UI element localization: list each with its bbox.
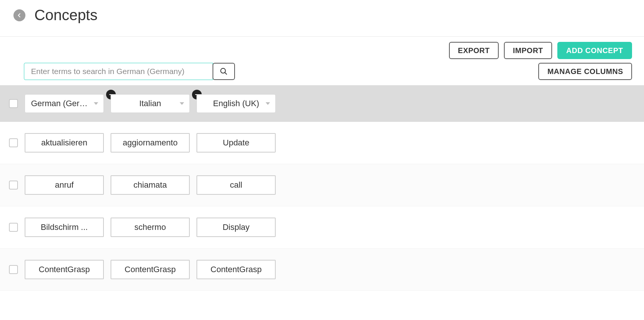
action-buttons: EXPORT IMPORT ADD CONCEPT MANAGE COLUMNS (449, 42, 632, 80)
column-header-0: German (Ger… (25, 94, 104, 113)
table-row: ContentGrasp ContentGrasp ContentGrasp (0, 249, 644, 291)
import-button[interactable]: IMPORT (504, 42, 552, 59)
page-title: Concepts (34, 7, 97, 24)
term-cell[interactable]: Display (196, 218, 276, 237)
arrow-left-icon (16, 12, 23, 19)
page-header: Concepts (0, 0, 644, 36)
chevron-down-icon (266, 102, 270, 105)
export-button[interactable]: EXPORT (449, 42, 499, 59)
column-header-2: − English (UK) (196, 94, 276, 113)
term-cell[interactable]: Bildschirm ... (25, 218, 104, 237)
svg-line-1 (225, 73, 227, 75)
term-cell[interactable]: aggiornamento (111, 133, 190, 153)
secondary-button-row: MANAGE COLUMNS (538, 63, 632, 80)
column-header-1: − Italian (111, 94, 190, 113)
table-row: Bildschirm ... schermo Display (0, 206, 644, 249)
chevron-down-icon (94, 102, 98, 105)
svg-point-0 (221, 68, 226, 73)
language-select-label: German (Ger… (31, 99, 88, 108)
row-checkbox[interactable] (9, 138, 18, 147)
language-select-german[interactable]: German (Ger… (25, 94, 104, 113)
row-checkbox[interactable] (9, 223, 18, 232)
search-input[interactable] (24, 63, 213, 80)
chevron-down-icon (180, 102, 184, 105)
toolbar: EXPORT IMPORT ADD CONCEPT MANAGE COLUMNS (0, 36, 644, 85)
manage-columns-button[interactable]: MANAGE COLUMNS (538, 63, 632, 80)
back-button[interactable] (13, 9, 25, 21)
search-icon (220, 67, 228, 76)
select-all-checkbox[interactable] (9, 99, 18, 108)
term-cell[interactable]: call (196, 175, 276, 195)
table-body: aktualisieren aggiornamento Update anruf… (0, 122, 644, 291)
row-checkbox[interactable] (9, 181, 18, 190)
term-cell[interactable]: ContentGrasp (111, 260, 190, 279)
term-cell[interactable]: aktualisieren (25, 133, 104, 153)
table-header-row: German (Ger… − Italian − English (UK) (0, 85, 644, 122)
language-select-english-uk[interactable]: English (UK) (196, 94, 276, 113)
add-concept-button[interactable]: ADD CONCEPT (557, 42, 632, 59)
term-cell[interactable]: schermo (111, 218, 190, 237)
search-button[interactable] (213, 63, 235, 80)
search-group (24, 63, 235, 80)
table-row: aktualisieren aggiornamento Update (0, 122, 644, 164)
language-select-italian[interactable]: Italian (111, 94, 190, 113)
term-cell[interactable]: ContentGrasp (196, 260, 276, 279)
primary-button-row: EXPORT IMPORT ADD CONCEPT (449, 42, 632, 59)
language-select-label: English (UK) (213, 99, 259, 108)
term-cell[interactable]: chiamata (111, 175, 190, 195)
term-cell[interactable]: ContentGrasp (25, 260, 104, 279)
term-cell[interactable]: Update (196, 133, 276, 153)
table-row: anruf chiamata call (0, 164, 644, 206)
term-cell[interactable]: anruf (25, 175, 104, 195)
language-select-label: Italian (139, 99, 161, 108)
row-checkbox[interactable] (9, 265, 18, 274)
